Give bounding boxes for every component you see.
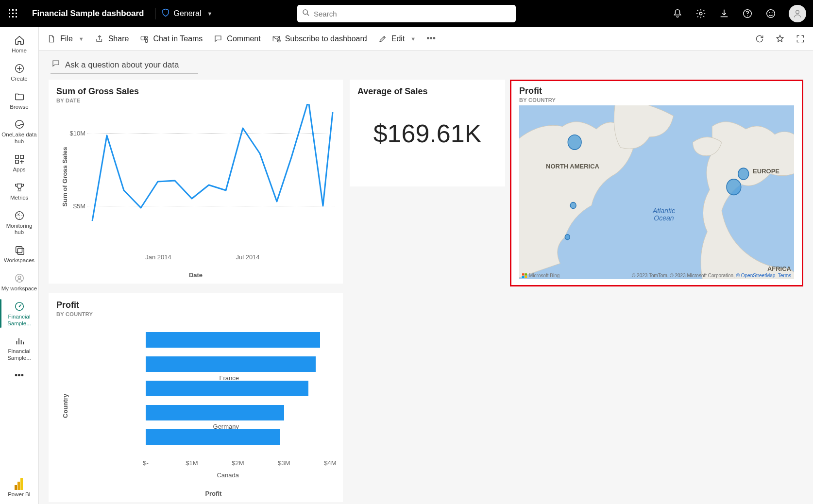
nav-more[interactable]: ••• <box>0 366 38 386</box>
svg-rect-3 <box>9 13 10 14</box>
nav-workspaces[interactable]: Workspaces <box>0 240 38 268</box>
nav-metrics[interactable]: Metrics <box>0 177 38 205</box>
svg-rect-1 <box>12 9 14 11</box>
xtick: $4M <box>324 459 336 467</box>
help-icon[interactable] <box>742 8 753 19</box>
dashboard-canvas: Ask a question about your data Sum of Gr… <box>39 50 813 504</box>
terms-link[interactable]: Terms <box>778 273 791 278</box>
nav-browse[interactable]: Browse <box>0 86 38 115</box>
y-axis-label: Sum of Gross Sales <box>61 147 68 207</box>
nav-financial-report[interactable]: Financial Sample... <box>0 331 38 366</box>
app-launcher-icon[interactable] <box>6 6 20 21</box>
nav-apps[interactable]: Apps <box>0 149 38 177</box>
svg-rect-22 <box>15 160 18 163</box>
feedback-icon[interactable] <box>765 8 776 19</box>
plus-circle-icon <box>1 62 37 75</box>
brand-label: Power BI <box>0 491 38 497</box>
nav-home[interactable]: Home <box>0 30 38 58</box>
search-box[interactable] <box>297 5 516 22</box>
chat-teams-button[interactable]: Chat in Teams <box>139 34 203 44</box>
svg-rect-5 <box>16 13 17 14</box>
refresh-icon[interactable] <box>755 34 764 44</box>
xtick: Jul 2014 <box>236 253 259 261</box>
tile-average-sales[interactable]: Average of Sales $169.61K <box>350 80 505 186</box>
notifications-icon[interactable] <box>672 8 683 19</box>
file-menu[interactable]: File▼ <box>47 34 84 44</box>
nav-onelake[interactable]: OneLake data hub <box>0 114 38 149</box>
svg-point-40 <box>727 179 741 195</box>
page-title: Financial Sample dashboard <box>32 9 144 18</box>
bar-row: Germany <box>146 356 316 372</box>
nav-label: Financial Sample... <box>1 314 37 327</box>
svg-rect-4 <box>12 13 14 14</box>
svg-rect-42 <box>522 273 525 276</box>
file-label: File <box>60 34 73 43</box>
more-button[interactable]: ••• <box>426 34 436 44</box>
qna-prompt: Ask a question about your data <box>65 60 179 70</box>
bar <box>146 332 320 348</box>
svg-rect-25 <box>17 249 24 255</box>
fullscreen-icon[interactable] <box>796 34 805 44</box>
search-input[interactable] <box>314 10 511 18</box>
tile-gross-sales[interactable]: Sum of Gross Sales BY DATE Sum of Gross … <box>49 80 343 284</box>
svg-point-37 <box>568 135 581 150</box>
map-svg <box>519 105 794 279</box>
divider <box>155 8 155 19</box>
qna-input[interactable]: Ask a question about your data <box>51 59 198 74</box>
trophy-icon <box>1 181 37 194</box>
nav-my-workspace[interactable]: My workspace <box>0 268 38 296</box>
osm-link[interactable]: © OpenStreetMap <box>736 273 776 278</box>
tile-title: Sum of Gross Sales <box>56 86 343 97</box>
avatar[interactable] <box>789 5 806 22</box>
bar-row: Canada <box>146 381 308 396</box>
sensitivity-label: General <box>174 9 202 18</box>
tile-title: Average of Sales <box>357 86 505 97</box>
left-nav: Home Create Browse OneLake data hub Apps… <box>0 27 39 504</box>
edit-menu[interactable]: Edit▼ <box>378 34 416 44</box>
svg-rect-44 <box>522 276 525 278</box>
settings-icon[interactable] <box>695 8 706 19</box>
header-right <box>672 5 806 22</box>
svg-point-27 <box>18 276 21 279</box>
sensitivity-dropdown[interactable]: General ▼ <box>161 8 213 19</box>
nav-create[interactable]: Create <box>0 58 38 86</box>
map-label-af: AFRICA <box>767 265 791 272</box>
svg-point-39 <box>565 235 570 240</box>
subscribe-button[interactable]: Subscribe to dashboard <box>271 34 367 44</box>
svg-point-41 <box>738 168 749 180</box>
tile-profit-bar[interactable]: Profit BY COUNTRY Country Profit FranceG… <box>49 293 343 502</box>
svg-rect-45 <box>525 276 527 278</box>
card-value: $169.61K <box>350 119 505 148</box>
bar-row: United States of A... <box>146 405 284 420</box>
svg-rect-21 <box>20 155 23 158</box>
nav-monitoring[interactable]: Monitoring hub <box>0 205 38 240</box>
bar <box>146 405 284 420</box>
tile-title: Profit <box>56 300 343 310</box>
share-icon <box>95 34 104 44</box>
map-label-na: NORTH AMERICA <box>546 163 599 170</box>
nav-label: Apps <box>1 167 37 173</box>
comment-button[interactable]: Comment <box>213 34 260 44</box>
share-button[interactable]: Share <box>95 34 129 44</box>
bar <box>146 429 280 445</box>
svg-rect-8 <box>16 16 17 17</box>
nav-label: OneLake data hub <box>1 132 37 145</box>
bar-row: France <box>146 332 320 348</box>
svg-rect-32 <box>15 485 17 490</box>
svg-rect-6 <box>9 16 10 17</box>
nav-financial-dashboard[interactable]: Financial Sample... <box>0 296 38 331</box>
comment-icon <box>51 59 60 70</box>
ytick: $10M <box>69 130 85 137</box>
bar <box>146 381 308 396</box>
nav-brand[interactable]: Power BI <box>0 474 38 504</box>
favorite-icon[interactable] <box>775 34 785 44</box>
bar-mini-icon <box>1 335 37 347</box>
svg-point-34 <box>146 36 148 38</box>
svg-rect-33 <box>141 36 145 40</box>
download-icon[interactable] <box>719 8 729 19</box>
tile-profit-map[interactable]: Profit BY COUNTRY NORTH AMERICA EUROPE A… <box>510 80 803 286</box>
tile-subtitle: BY COUNTRY <box>56 311 343 317</box>
svg-rect-30 <box>20 478 23 490</box>
map-visual[interactable]: NORTH AMERICA EUROPE AFRICA AtlanticOcea… <box>519 105 794 279</box>
shield-icon <box>161 8 170 19</box>
